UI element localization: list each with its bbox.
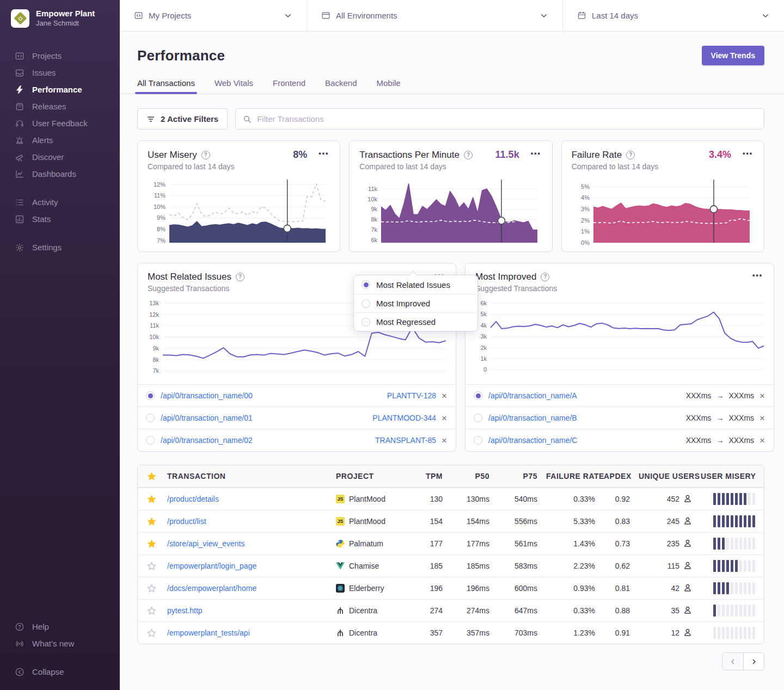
tab-frontend[interactable]: Frontend: [273, 78, 305, 94]
star-toggle[interactable]: [147, 562, 156, 571]
transaction-link[interactable]: /api/0/transaction_name/00: [161, 391, 253, 400]
active-filters-button[interactable]: 2 Active Filters: [137, 108, 228, 130]
topbar: My Projects All Environments Last 14 day…: [120, 0, 784, 32]
issue-link[interactable]: TRANSPLANT-85: [375, 436, 436, 445]
sidebar-item-whats-new[interactable]: What’s new: [0, 635, 120, 652]
star-toggle[interactable]: [147, 495, 156, 504]
transaction-link[interactable]: /store/api_view_events: [167, 539, 244, 548]
p50-value: 196ms: [447, 584, 494, 593]
view-trends-button[interactable]: View Trends: [702, 46, 764, 65]
help-icon[interactable]: ?: [626, 151, 635, 159]
star-toggle[interactable]: [147, 629, 156, 638]
filter-icon: [146, 115, 155, 124]
card-menu-button[interactable]: ⋯: [317, 150, 330, 160]
transaction-link[interactable]: /product/details: [167, 495, 219, 503]
svg-text:11k: 11k: [150, 322, 159, 329]
transaction-link[interactable]: /api/0/transaction_name/C: [488, 436, 577, 445]
svg-text:10k: 10k: [368, 196, 378, 202]
transaction-link[interactable]: /empowerplant/login_page: [167, 562, 256, 570]
pagination: [120, 644, 784, 683]
window-icon: [321, 11, 330, 20]
transaction-link[interactable]: /api/0/transaction_name/02: [161, 436, 253, 445]
sidebar-item-stats[interactable]: Stats: [0, 211, 120, 227]
sidebar-item-releases[interactable]: Releases: [0, 98, 120, 115]
close-icon[interactable]: ×: [441, 414, 448, 423]
menu-item-most-related-issues[interactable]: Most Related Issues: [354, 275, 477, 294]
tab-web-vitals[interactable]: Web Vitals: [215, 78, 253, 94]
user-icon: [683, 516, 692, 527]
radio-button[interactable]: [146, 436, 155, 445]
close-icon[interactable]: ×: [441, 436, 448, 445]
stats-icon: [15, 214, 24, 224]
card-subtitle: Compared to last 14 days: [572, 162, 754, 171]
transaction-link[interactable]: pytest.http: [167, 606, 203, 615]
transaction-link[interactable]: /empowerplant_tests/api: [167, 629, 250, 637]
card-value: 3.4%: [709, 149, 731, 161]
p75-value: 600ms: [494, 584, 542, 593]
help-icon[interactable]: ?: [464, 151, 473, 159]
card-value: 8%: [293, 149, 307, 161]
card-menu-button[interactable]: ⋯: [751, 272, 764, 282]
help-icon[interactable]: ?: [541, 273, 549, 281]
sidebar-item-settings[interactable]: Settings: [0, 239, 120, 256]
close-icon[interactable]: ×: [759, 391, 765, 401]
unique-users-value: 35: [634, 606, 696, 616]
sidebar-item-discover[interactable]: Discover: [0, 149, 120, 165]
sidebar-item-issues[interactable]: Issues: [0, 64, 120, 81]
close-icon[interactable]: ×: [759, 414, 765, 423]
project-selector[interactable]: My Projects: [120, 0, 307, 31]
card-menu-button[interactable]: ⋯: [741, 150, 754, 160]
sidebar-collapse-button[interactable]: Collapse: [0, 663, 120, 680]
sidebar-item-help[interactable]: Help: [0, 618, 120, 635]
help-icon[interactable]: ?: [236, 273, 244, 281]
radio-button[interactable]: [474, 391, 482, 400]
list-item: /api/0/transaction_name/01 PLANTMOOD-344…: [138, 406, 456, 429]
table-row: /product/detailsJSPlantMood130130ms540ms…: [138, 488, 764, 510]
transaction-link[interactable]: /product/list: [167, 517, 206, 526]
pagination-next-button[interactable]: [743, 653, 764, 670]
radio-button[interactable]: [474, 436, 482, 445]
svg-text:13k: 13k: [149, 300, 159, 306]
daterange-selector[interactable]: Last 14 days: [562, 0, 784, 31]
card-menu-button[interactable]: ⋯: [529, 150, 542, 160]
close-icon[interactable]: ×: [441, 391, 448, 401]
transaction-link[interactable]: /api/0/transaction_name/B: [488, 414, 577, 422]
transaction-link[interactable]: /docs/empowerplant/home: [167, 584, 256, 593]
sidebar-item-alerts[interactable]: Alerts: [0, 132, 120, 149]
star-toggle[interactable]: [147, 584, 156, 593]
sidebar-item-performance[interactable]: Performance: [0, 81, 120, 98]
radio-button[interactable]: [146, 414, 155, 422]
star-toggle[interactable]: [147, 517, 156, 526]
search-input[interactable]: [257, 114, 757, 124]
svg-text:6k: 6k: [480, 300, 487, 306]
project-name: Dicentra: [349, 606, 377, 615]
sidebar-item-user-feedback[interactable]: User Feedback: [0, 115, 120, 132]
pagination-prev-button[interactable]: [722, 653, 743, 670]
org-switcher[interactable]: Empower Plant Jane Schmidt: [0, 9, 120, 28]
tab-all-transactions[interactable]: All Transactions: [137, 78, 195, 94]
environment-selector[interactable]: All Environments: [307, 0, 562, 31]
issue-link[interactable]: PLANTTV-128: [387, 391, 436, 400]
radio-button[interactable]: [146, 391, 155, 400]
menu-item-most-improved[interactable]: Most Improved: [354, 294, 477, 312]
sidebar-item-projects[interactable]: Projects: [0, 47, 120, 64]
star-toggle[interactable]: [147, 606, 156, 615]
help-icon[interactable]: ?: [201, 151, 210, 159]
calendar-icon: [577, 11, 586, 20]
radio-button[interactable]: [474, 414, 482, 422]
p75-value: 556ms: [494, 517, 542, 526]
menu-item-most-regressed[interactable]: Most Regressed: [354, 312, 477, 331]
tab-mobile[interactable]: Mobile: [376, 78, 400, 94]
sidebar-item-label: User Feedback: [32, 119, 88, 128]
activity-icon: [15, 198, 24, 207]
sidebar-nav: Projects Issues Performance Releases Use…: [0, 47, 120, 256]
sidebar-item-dashboards[interactable]: Dashboards: [0, 165, 120, 182]
tab-backend[interactable]: Backend: [325, 78, 357, 94]
close-icon[interactable]: ×: [759, 436, 765, 445]
transaction-link[interactable]: /api/0/transaction_name/01: [161, 414, 253, 422]
issue-link[interactable]: PLANTMOOD-344: [372, 414, 436, 422]
star-toggle[interactable]: [147, 539, 156, 549]
sidebar-item-activity[interactable]: Activity: [0, 194, 120, 211]
main-area: My Projects All Environments Last 14 day…: [120, 0, 784, 690]
transaction-link[interactable]: /api/0/transaction_name/A: [488, 391, 577, 400]
